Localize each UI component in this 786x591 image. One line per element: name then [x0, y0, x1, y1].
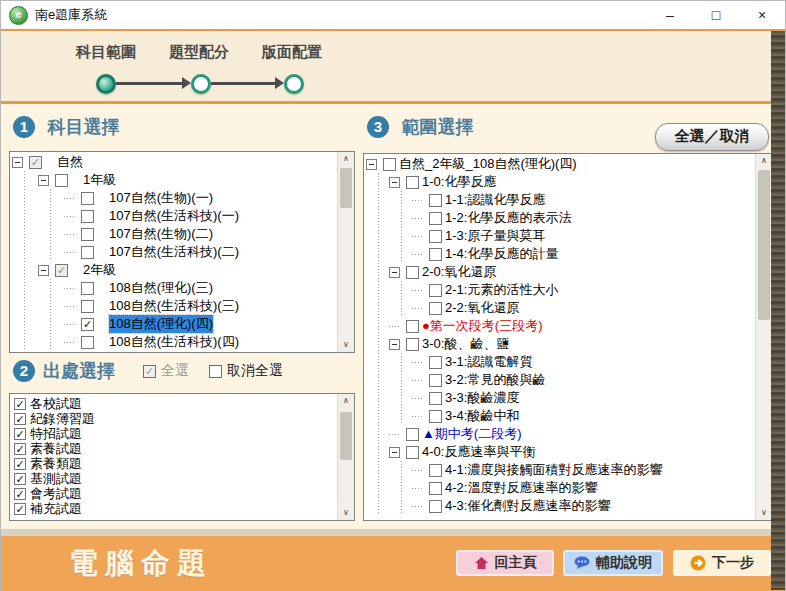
- expand-toggle-icon[interactable]: [366, 159, 377, 170]
- step-circle-3[interactable]: [284, 74, 304, 94]
- select-all-checkbox[interactable]: [143, 365, 156, 378]
- scroll-thumb[interactable]: [758, 170, 770, 320]
- tree-row[interactable]: 1年級: [12, 171, 336, 189]
- tree-item-label[interactable]: 108自然(理化)(四): [109, 315, 213, 333]
- tree-item-label[interactable]: 108自然(理化)(三): [109, 279, 213, 297]
- tree-item-label[interactable]: 3-4:酸鹼中和: [445, 407, 519, 425]
- expand-toggle-icon[interactable]: [12, 157, 23, 168]
- minimize-button[interactable]: –: [647, 1, 693, 29]
- tree-row[interactable]: ●第一次段考(三段考): [366, 317, 754, 335]
- scroll-down-icon[interactable]: ∨: [338, 506, 354, 520]
- tree-row[interactable]: 4-3:催化劑對反應速率的影響: [366, 497, 754, 515]
- tree-row[interactable]: 3-1:認識電解質: [366, 353, 754, 371]
- checkbox[interactable]: [429, 500, 442, 513]
- scroll-up-icon[interactable]: ∧: [338, 152, 354, 166]
- checkbox[interactable]: [429, 230, 442, 243]
- help-button[interactable]: 輔助說明: [563, 550, 663, 576]
- checkbox[interactable]: [14, 443, 26, 455]
- checkbox[interactable]: [429, 284, 442, 297]
- checkbox[interactable]: [429, 392, 442, 405]
- tree-item-label[interactable]: 1-2:化學反應的表示法: [445, 209, 571, 227]
- tree-row[interactable]: 1-0:化學反應: [366, 173, 754, 191]
- tree-item-label[interactable]: 3-1:認識電解質: [445, 353, 532, 371]
- checkbox[interactable]: [429, 212, 442, 225]
- tree-item-label[interactable]: 1-4:化學反應的計量: [445, 245, 558, 263]
- checkbox[interactable]: [14, 458, 26, 470]
- tree-row[interactable]: 4-1:濃度與接觸面積對反應速率的影響: [366, 461, 754, 479]
- tree-row[interactable]: 1-4:化學反應的計量: [366, 245, 754, 263]
- expand-toggle-icon[interactable]: [389, 177, 400, 188]
- checkbox[interactable]: [14, 503, 26, 515]
- tree-row[interactable]: 107自然(生物)(一): [12, 189, 336, 207]
- checkbox[interactable]: [406, 266, 419, 279]
- tree-row[interactable]: 107自然(生活科技)(二): [12, 243, 336, 261]
- tree-row[interactable]: 自然: [12, 153, 336, 171]
- step-circle-2[interactable]: [191, 74, 211, 94]
- tree-item-label[interactable]: 2-0:氧化還原: [422, 263, 496, 281]
- checkbox[interactable]: [81, 228, 94, 241]
- tree-row[interactable]: 107自然(生活科技)(一): [12, 207, 336, 225]
- checkbox[interactable]: [81, 210, 94, 223]
- tree-row[interactable]: 3-0:酸、鹼、鹽: [366, 335, 754, 353]
- checkbox[interactable]: [81, 282, 94, 295]
- checkbox[interactable]: [14, 473, 26, 485]
- checkbox[interactable]: [14, 398, 26, 410]
- tree-row[interactable]: 108自然(理化)(三): [12, 279, 336, 297]
- deselect-all-checkbox[interactable]: [209, 365, 222, 378]
- scroll-up-icon[interactable]: ∧: [756, 154, 772, 168]
- tree-item-label[interactable]: 108自然(生活科技)(四): [109, 333, 239, 351]
- close-button[interactable]: ×: [739, 1, 785, 29]
- tree-item-label[interactable]: 2年級: [83, 261, 116, 279]
- tree-item-label[interactable]: ▲期中考(二段考): [422, 425, 522, 443]
- tree-row[interactable]: 2-2:氧化還原: [366, 299, 754, 317]
- step-question-allocation[interactable]: 題型配分: [154, 43, 244, 62]
- tree-row[interactable]: 2-1:元素的活性大小: [366, 281, 754, 299]
- checkbox[interactable]: [429, 248, 442, 261]
- checkbox[interactable]: [14, 428, 26, 440]
- checkbox[interactable]: [14, 488, 26, 500]
- tree-row[interactable]: 3-4:酸鹼中和: [366, 407, 754, 425]
- tree-row[interactable]: 1-2:化學反應的表示法: [366, 209, 754, 227]
- tree-item-label[interactable]: 2-2:氧化還原: [445, 299, 519, 317]
- tree-item-label[interactable]: 3-2:常見的酸與鹼: [445, 371, 545, 389]
- tree-item-label[interactable]: 107自然(生物)(一): [109, 189, 213, 207]
- tree-row[interactable]: 4-2:溫度對反應速率的影響: [366, 479, 754, 497]
- checkbox[interactable]: [429, 410, 442, 423]
- expand-toggle-icon[interactable]: [389, 339, 400, 350]
- tree-item-label[interactable]: 自然: [57, 153, 83, 171]
- tree-item-label[interactable]: 4-1:濃度與接觸面積對反應速率的影響: [445, 461, 662, 479]
- checkbox[interactable]: [429, 356, 442, 369]
- tree-row[interactable]: 2年級: [12, 261, 336, 279]
- tree-item-label[interactable]: ●第一次段考(三段考): [422, 317, 543, 335]
- checkbox[interactable]: [429, 374, 442, 387]
- tree-item-label[interactable]: 1-3:原子量與莫耳: [445, 227, 545, 245]
- tree-item-label[interactable]: 107自然(生物)(二): [109, 225, 213, 243]
- checkbox[interactable]: [406, 428, 419, 441]
- tree-row[interactable]: 1-3:原子量與莫耳: [366, 227, 754, 245]
- checkbox[interactable]: [429, 302, 442, 315]
- tree-item-label[interactable]: 1-0:化學反應: [422, 173, 496, 191]
- checkbox[interactable]: [81, 336, 94, 349]
- maximize-button[interactable]: □: [693, 1, 739, 29]
- tree-item-label[interactable]: 107自然(生活科技)(一): [109, 207, 239, 225]
- tree-item-label[interactable]: 3-3:酸鹼濃度: [445, 389, 519, 407]
- tree-row[interactable]: 108自然(生活科技)(三): [12, 297, 336, 315]
- expand-toggle-icon[interactable]: [389, 267, 400, 278]
- checkbox[interactable]: [81, 246, 94, 259]
- checkbox[interactable]: [81, 192, 94, 205]
- tree-item-label[interactable]: 1-1:認識化學反應: [445, 191, 545, 209]
- tree-row[interactable]: 2-0:氧化還原: [366, 263, 754, 281]
- tree-row[interactable]: ▲期中考(二段考): [366, 425, 754, 443]
- tree-row[interactable]: 自然_2年級_108自然(理化)(四): [366, 155, 754, 173]
- checkbox[interactable]: [55, 174, 68, 187]
- tree-item-label[interactable]: 4-2:溫度對反應速率的影響: [445, 479, 597, 497]
- scroll-up-icon[interactable]: ∧: [338, 394, 354, 408]
- next-step-button[interactable]: 下一步: [673, 550, 771, 576]
- tree-row[interactable]: 3-2:常見的酸與鹼: [366, 371, 754, 389]
- expand-toggle-icon[interactable]: [38, 175, 49, 186]
- tree-row[interactable]: 3-3:酸鹼濃度: [366, 389, 754, 407]
- expand-toggle-icon[interactable]: [38, 265, 49, 276]
- scroll-thumb[interactable]: [340, 168, 352, 208]
- checkbox[interactable]: [429, 482, 442, 495]
- scope-tree-scrollbar[interactable]: ∧ ∨: [755, 154, 772, 520]
